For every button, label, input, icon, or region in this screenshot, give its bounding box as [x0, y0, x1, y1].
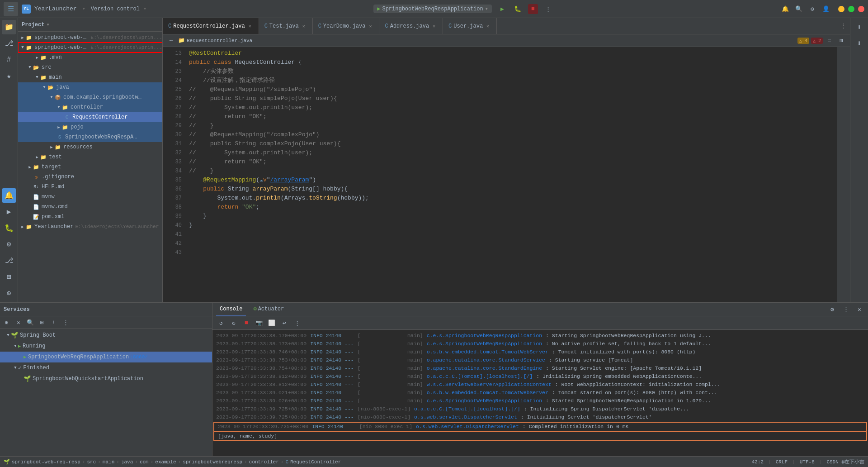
- close-services-icon[interactable]: ✕: [14, 318, 24, 328]
- app-label: SpringbootWebReqRespApplication: [28, 354, 129, 360]
- settings-icon[interactable]: ⚙: [807, 4, 817, 14]
- tree-item-package[interactable]: ▼ 📦 com.example.springbootwebreqresp: [18, 92, 162, 102]
- run-button[interactable]: ▶: [497, 4, 507, 14]
- restart-icon[interactable]: ↻: [229, 318, 239, 328]
- project-dropdown[interactable]: ▾: [46, 21, 49, 28]
- more-actions[interactable]: ⋮: [543, 4, 553, 14]
- add-service-icon[interactable]: +: [49, 318, 59, 328]
- debug-button[interactable]: 🐛: [513, 4, 523, 14]
- tab-close-icon[interactable]: ✕: [485, 23, 491, 29]
- tree-item-target[interactable]: ▶ 📁 target: [18, 162, 162, 172]
- bookmark-icon[interactable]: ≡: [825, 36, 835, 46]
- scrollbar[interactable]: [837, 47, 844, 302]
- favorites-icon[interactable]: ★: [2, 69, 16, 83]
- tab-user[interactable]: C User.java ✕: [443, 18, 497, 34]
- tree-item-request-controller[interactable]: C RequestController: [18, 112, 162, 122]
- right-icon-2[interactable]: ⬇: [852, 36, 867, 51]
- stop-button[interactable]: ■: [528, 4, 538, 14]
- more-services-icon[interactable]: ⋮: [61, 318, 71, 328]
- hamburger-menu-icon[interactable]: ☰: [4, 2, 18, 16]
- console-close-icon[interactable]: ✕: [854, 305, 864, 315]
- spring-boot-group[interactable]: ▼ 🌱 Spring Boot: [0, 330, 212, 341]
- services-tree: ▼ 🌱 Spring Boot ▼ ▶ Running ▶ Springboot…: [0, 329, 212, 456]
- commit-icon[interactable]: ⎇: [2, 36, 16, 51]
- notifications-icon[interactable]: 🔔: [2, 188, 16, 203]
- running-group[interactable]: ▼ ▶ Running: [0, 341, 212, 352]
- copy-icon[interactable]: ⬜: [267, 318, 277, 328]
- tab-test[interactable]: C Test.java ✕: [259, 18, 313, 34]
- tree-item-help-md[interactable]: ▶ M↓ HELP.md: [18, 182, 162, 192]
- log-line: 2023-09-17T20:33:39.725+08:00 INFO 24140…: [212, 413, 868, 421]
- tree-item-controller[interactable]: ▼ 📁 controller: [18, 102, 162, 112]
- tree-arrow: ▼: [49, 95, 54, 100]
- minimize-button[interactable]: [838, 6, 844, 12]
- tree-item-springboot-app[interactable]: S SpringbootWebReqRespApplication: [18, 132, 162, 142]
- update-icon[interactable]: 🔔: [780, 4, 790, 14]
- project-icon[interactable]: 📁: [2, 20, 16, 34]
- tree-item-yearlauncher[interactable]: ▶ 📁 YearLauncher E:\IdeaProjects\YearLau…: [18, 222, 162, 232]
- tree-arrow: ▶: [27, 164, 33, 170]
- console-settings-icon[interactable]: ⚙: [827, 305, 837, 315]
- back-button[interactable]: ←: [166, 36, 176, 46]
- tree-item-gitignore[interactable]: ▶ ⊙ .gitignore: [18, 172, 162, 182]
- tab-close-icon[interactable]: ✕: [247, 23, 253, 29]
- tree-arrow: ▼: [56, 105, 61, 110]
- structure-icon[interactable]: #: [2, 52, 16, 67]
- run-dash-icon[interactable]: ▶: [2, 205, 16, 219]
- run-config[interactable]: ▶ SpringbootWebReqRespApplication ▾: [373, 5, 492, 13]
- tree-item-src[interactable]: ▼ 📂 src: [18, 62, 162, 72]
- tab-yeardemo[interactable]: C YearDemo.java ✕: [313, 18, 380, 34]
- minimap-icon[interactable]: m: [836, 36, 846, 46]
- tree-item-mvn[interactable]: ▶ 📁 .mvn: [18, 52, 162, 62]
- console-more-icon[interactable]: ⋮: [841, 305, 851, 315]
- version-control[interactable]: Version control: [91, 6, 140, 12]
- account-icon[interactable]: 👤: [821, 4, 831, 14]
- tree-item-springboot-web-req-resp[interactable]: ▼ 📁 springboot-web-req-resp E:\IdeaProje…: [18, 43, 162, 52]
- log-line: 2023-09-17T20:33:38.170+08:00 INFO 24140…: [212, 332, 868, 340]
- tab-close-icon[interactable]: ✕: [431, 23, 437, 29]
- project-tree[interactable]: ▶ 📁 springboot-web-quickstart E:\IdeaPro…: [18, 32, 162, 302]
- tab-request-controller[interactable]: C RequestController.java ✕: [163, 18, 259, 34]
- app-port[interactable]: :8080/: [130, 354, 148, 360]
- debug-dash-icon[interactable]: 🐛: [2, 221, 16, 235]
- tree-item-springboot-web-quickstart[interactable]: ▶ 📁 springboot-web-quickstart E:\IdeaPro…: [18, 33, 162, 43]
- tab-close-icon[interactable]: ✕: [367, 23, 373, 29]
- service-item-quickstart[interactable]: 🌱 SpringbootWebQuickstartApplication: [0, 373, 212, 384]
- tab-more[interactable]: ⋮: [837, 23, 850, 29]
- finished-group[interactable]: ▼ ✓ Finished: [0, 362, 212, 373]
- maximize-button[interactable]: [848, 6, 854, 12]
- tree-item-label: springboot-web-req-resp: [34, 44, 89, 51]
- app-name: YearLauncher: [34, 5, 77, 12]
- wrap-icon[interactable]: ↩: [279, 318, 289, 328]
- filter-icon[interactable]: 🔍: [25, 318, 35, 328]
- terminal-icon[interactable]: ⊞: [2, 270, 16, 284]
- tree-item-mvnw-cmd[interactable]: ▶ 📄 mvnw.cmd: [18, 202, 162, 212]
- right-icon-1[interactable]: ⬆: [852, 20, 867, 34]
- plugins-icon[interactable]: ⊕: [2, 286, 16, 300]
- tree-item-pom-xml[interactable]: ▶ 📝 pom.xml: [18, 212, 162, 222]
- screenshot-icon[interactable]: 📷: [254, 318, 264, 328]
- tree-item-main[interactable]: ▼ 📁 main: [18, 72, 162, 82]
- actuator-tab[interactable]: ⚙ Actuator: [250, 303, 288, 316]
- search-icon[interactable]: 🔍: [794, 4, 804, 14]
- breadcrumb-src: src: [87, 459, 96, 465]
- breadcrumb-class-icon: C: [285, 459, 288, 465]
- tree-item-java[interactable]: ▼ 📂 java: [18, 82, 162, 92]
- services-dash-icon[interactable]: ⚙: [2, 237, 16, 252]
- console-output[interactable]: 2023-09-17T20:33:38.170+08:00 INFO 24140…: [212, 330, 868, 456]
- collapse-all-icon[interactable]: ⊞: [2, 318, 12, 328]
- tree-item-resources[interactable]: ▶ 📁 resources: [18, 142, 162, 152]
- tree-item-mvnw[interactable]: ▶ 📄 mvnw: [18, 192, 162, 202]
- rerun-icon[interactable]: ↺: [216, 318, 226, 328]
- service-item-web-req-resp[interactable]: ▶ SpringbootWebReqRespApplication :8080/: [0, 352, 212, 362]
- stop-console-icon[interactable]: ■: [241, 318, 251, 328]
- tree-item-test[interactable]: ▶ 📁 test: [18, 152, 162, 162]
- tab-address[interactable]: C Address.java ✕: [379, 18, 443, 34]
- console-tab[interactable]: Console: [216, 303, 246, 316]
- tab-close-icon[interactable]: ✕: [301, 23, 307, 29]
- close-button[interactable]: [858, 6, 864, 12]
- tree-item-pojo[interactable]: ▶ 📁 pojo: [18, 122, 162, 132]
- git-icon[interactable]: ⎇: [2, 253, 16, 268]
- console-toolbar-more[interactable]: ⋮: [292, 318, 302, 328]
- group-icon[interactable]: ⊞: [37, 318, 47, 328]
